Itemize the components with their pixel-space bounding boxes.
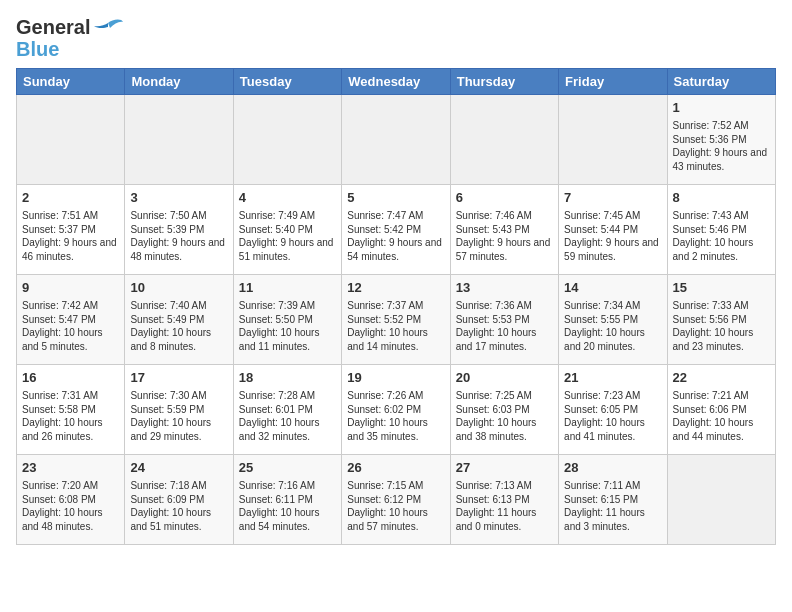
calendar-cell: 2Sunrise: 7:51 AM Sunset: 5:37 PM Daylig… xyxy=(17,185,125,275)
day-number: 28 xyxy=(564,459,661,477)
calendar-cell: 17Sunrise: 7:30 AM Sunset: 5:59 PM Dayli… xyxy=(125,365,233,455)
day-number: 6 xyxy=(456,189,553,207)
day-info: Sunrise: 7:45 AM Sunset: 5:44 PM Dayligh… xyxy=(564,209,661,263)
calendar-cell: 19Sunrise: 7:26 AM Sunset: 6:02 PM Dayli… xyxy=(342,365,450,455)
day-number: 5 xyxy=(347,189,444,207)
calendar-cell: 27Sunrise: 7:13 AM Sunset: 6:13 PM Dayli… xyxy=(450,455,558,545)
calendar-cell xyxy=(17,95,125,185)
weekday-header-wednesday: Wednesday xyxy=(342,69,450,95)
calendar-table: SundayMondayTuesdayWednesdayThursdayFrid… xyxy=(16,68,776,545)
day-info: Sunrise: 7:26 AM Sunset: 6:02 PM Dayligh… xyxy=(347,389,444,443)
day-info: Sunrise: 7:47 AM Sunset: 5:42 PM Dayligh… xyxy=(347,209,444,263)
week-row-4: 16Sunrise: 7:31 AM Sunset: 5:58 PM Dayli… xyxy=(17,365,776,455)
day-number: 21 xyxy=(564,369,661,387)
day-info: Sunrise: 7:13 AM Sunset: 6:13 PM Dayligh… xyxy=(456,479,553,533)
day-info: Sunrise: 7:39 AM Sunset: 5:50 PM Dayligh… xyxy=(239,299,336,353)
day-number: 3 xyxy=(130,189,227,207)
day-info: Sunrise: 7:15 AM Sunset: 6:12 PM Dayligh… xyxy=(347,479,444,533)
day-number: 18 xyxy=(239,369,336,387)
calendar-cell: 20Sunrise: 7:25 AM Sunset: 6:03 PM Dayli… xyxy=(450,365,558,455)
day-number: 13 xyxy=(456,279,553,297)
day-number: 12 xyxy=(347,279,444,297)
calendar-cell: 18Sunrise: 7:28 AM Sunset: 6:01 PM Dayli… xyxy=(233,365,341,455)
day-number: 26 xyxy=(347,459,444,477)
calendar-cell: 16Sunrise: 7:31 AM Sunset: 5:58 PM Dayli… xyxy=(17,365,125,455)
day-info: Sunrise: 7:25 AM Sunset: 6:03 PM Dayligh… xyxy=(456,389,553,443)
day-number: 27 xyxy=(456,459,553,477)
day-number: 19 xyxy=(347,369,444,387)
calendar-cell xyxy=(559,95,667,185)
weekday-header-saturday: Saturday xyxy=(667,69,775,95)
day-number: 7 xyxy=(564,189,661,207)
week-row-1: 1Sunrise: 7:52 AM Sunset: 5:36 PM Daylig… xyxy=(17,95,776,185)
day-info: Sunrise: 7:43 AM Sunset: 5:46 PM Dayligh… xyxy=(673,209,770,263)
day-info: Sunrise: 7:52 AM Sunset: 5:36 PM Dayligh… xyxy=(673,119,770,173)
day-number: 8 xyxy=(673,189,770,207)
logo-bird-icon xyxy=(92,18,124,46)
calendar-cell xyxy=(233,95,341,185)
day-info: Sunrise: 7:36 AM Sunset: 5:53 PM Dayligh… xyxy=(456,299,553,353)
day-info: Sunrise: 7:11 AM Sunset: 6:15 PM Dayligh… xyxy=(564,479,661,533)
page-header: General Blue xyxy=(16,16,776,60)
day-info: Sunrise: 7:40 AM Sunset: 5:49 PM Dayligh… xyxy=(130,299,227,353)
day-info: Sunrise: 7:16 AM Sunset: 6:11 PM Dayligh… xyxy=(239,479,336,533)
calendar-cell: 24Sunrise: 7:18 AM Sunset: 6:09 PM Dayli… xyxy=(125,455,233,545)
day-number: 23 xyxy=(22,459,119,477)
week-row-3: 9Sunrise: 7:42 AM Sunset: 5:47 PM Daylig… xyxy=(17,275,776,365)
day-info: Sunrise: 7:37 AM Sunset: 5:52 PM Dayligh… xyxy=(347,299,444,353)
day-info: Sunrise: 7:20 AM Sunset: 6:08 PM Dayligh… xyxy=(22,479,119,533)
day-number: 4 xyxy=(239,189,336,207)
week-row-5: 23Sunrise: 7:20 AM Sunset: 6:08 PM Dayli… xyxy=(17,455,776,545)
calendar-cell: 5Sunrise: 7:47 AM Sunset: 5:42 PM Daylig… xyxy=(342,185,450,275)
calendar-cell: 15Sunrise: 7:33 AM Sunset: 5:56 PM Dayli… xyxy=(667,275,775,365)
week-row-2: 2Sunrise: 7:51 AM Sunset: 5:37 PM Daylig… xyxy=(17,185,776,275)
day-info: Sunrise: 7:34 AM Sunset: 5:55 PM Dayligh… xyxy=(564,299,661,353)
weekday-header-row: SundayMondayTuesdayWednesdayThursdayFrid… xyxy=(17,69,776,95)
day-info: Sunrise: 7:42 AM Sunset: 5:47 PM Dayligh… xyxy=(22,299,119,353)
day-info: Sunrise: 7:28 AM Sunset: 6:01 PM Dayligh… xyxy=(239,389,336,443)
calendar-cell: 1Sunrise: 7:52 AM Sunset: 5:36 PM Daylig… xyxy=(667,95,775,185)
day-number: 1 xyxy=(673,99,770,117)
day-number: 20 xyxy=(456,369,553,387)
calendar-cell: 7Sunrise: 7:45 AM Sunset: 5:44 PM Daylig… xyxy=(559,185,667,275)
calendar-cell: 8Sunrise: 7:43 AM Sunset: 5:46 PM Daylig… xyxy=(667,185,775,275)
calendar-cell: 3Sunrise: 7:50 AM Sunset: 5:39 PM Daylig… xyxy=(125,185,233,275)
day-info: Sunrise: 7:31 AM Sunset: 5:58 PM Dayligh… xyxy=(22,389,119,443)
calendar-cell: 25Sunrise: 7:16 AM Sunset: 6:11 PM Dayli… xyxy=(233,455,341,545)
day-info: Sunrise: 7:21 AM Sunset: 6:06 PM Dayligh… xyxy=(673,389,770,443)
day-number: 17 xyxy=(130,369,227,387)
day-number: 14 xyxy=(564,279,661,297)
weekday-header-tuesday: Tuesday xyxy=(233,69,341,95)
calendar-cell xyxy=(125,95,233,185)
day-number: 2 xyxy=(22,189,119,207)
calendar-cell: 28Sunrise: 7:11 AM Sunset: 6:15 PM Dayli… xyxy=(559,455,667,545)
weekday-header-friday: Friday xyxy=(559,69,667,95)
day-number: 11 xyxy=(239,279,336,297)
day-number: 24 xyxy=(130,459,227,477)
day-info: Sunrise: 7:50 AM Sunset: 5:39 PM Dayligh… xyxy=(130,209,227,263)
calendar-cell xyxy=(342,95,450,185)
calendar-cell: 23Sunrise: 7:20 AM Sunset: 6:08 PM Dayli… xyxy=(17,455,125,545)
calendar-cell: 13Sunrise: 7:36 AM Sunset: 5:53 PM Dayli… xyxy=(450,275,558,365)
calendar-cell: 22Sunrise: 7:21 AM Sunset: 6:06 PM Dayli… xyxy=(667,365,775,455)
calendar-cell: 14Sunrise: 7:34 AM Sunset: 5:55 PM Dayli… xyxy=(559,275,667,365)
calendar-cell xyxy=(667,455,775,545)
day-info: Sunrise: 7:46 AM Sunset: 5:43 PM Dayligh… xyxy=(456,209,553,263)
day-info: Sunrise: 7:51 AM Sunset: 5:37 PM Dayligh… xyxy=(22,209,119,263)
calendar-cell: 10Sunrise: 7:40 AM Sunset: 5:49 PM Dayli… xyxy=(125,275,233,365)
calendar-cell xyxy=(450,95,558,185)
day-info: Sunrise: 7:30 AM Sunset: 5:59 PM Dayligh… xyxy=(130,389,227,443)
calendar-cell: 11Sunrise: 7:39 AM Sunset: 5:50 PM Dayli… xyxy=(233,275,341,365)
day-number: 22 xyxy=(673,369,770,387)
calendar-cell: 12Sunrise: 7:37 AM Sunset: 5:52 PM Dayli… xyxy=(342,275,450,365)
day-number: 9 xyxy=(22,279,119,297)
day-number: 10 xyxy=(130,279,227,297)
logo: General Blue xyxy=(16,16,124,60)
calendar-cell: 9Sunrise: 7:42 AM Sunset: 5:47 PM Daylig… xyxy=(17,275,125,365)
weekday-header-monday: Monday xyxy=(125,69,233,95)
day-number: 25 xyxy=(239,459,336,477)
day-number: 15 xyxy=(673,279,770,297)
day-info: Sunrise: 7:49 AM Sunset: 5:40 PM Dayligh… xyxy=(239,209,336,263)
calendar-cell: 4Sunrise: 7:49 AM Sunset: 5:40 PM Daylig… xyxy=(233,185,341,275)
day-info: Sunrise: 7:23 AM Sunset: 6:05 PM Dayligh… xyxy=(564,389,661,443)
